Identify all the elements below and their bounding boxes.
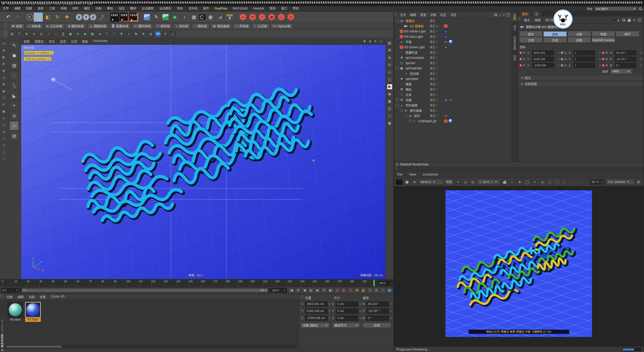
enable-check-icon[interactable]: ✓ <box>435 46 438 49</box>
material-menu-创建[interactable]: 创建 <box>4 295 15 299</box>
editor-visibility-dot[interactable] <box>433 51 435 52</box>
focus-cross-icon[interactable]: ⊹ <box>435 24 438 28</box>
keyframe-dot[interactable] <box>519 51 522 54</box>
layer-toggle[interactable] <box>430 40 433 43</box>
editor-visibility-dot[interactable] <box>433 109 435 110</box>
editor-visibility-dot[interactable] <box>433 19 435 21</box>
spinner-arrows-icon[interactable]: ▲▼ <box>558 52 559 54</box>
palette-icon[interactable]: ⚙ <box>2 62 6 66</box>
keyframe-panel-button[interactable]: ▦ <box>387 288 392 293</box>
add-camera-icon[interactable] <box>199 14 206 20</box>
object-row[interactable]: T文本✓ <box>394 92 511 97</box>
menu-插件[interactable]: 插件 <box>200 6 212 11</box>
size-mode-dropdown[interactable]: 绝对尺寸▼ <box>332 323 360 328</box>
attr-menu-模式[interactable]: 模式 <box>522 18 532 22</box>
viewport-canvas[interactable]: 透视视图 Number of emitters: 1 Total live pa… <box>21 45 385 279</box>
view-settings-icon[interactable]: ∷ <box>387 113 392 119</box>
object-row[interactable]: ▼RS Infinite Light✓◎ <box>394 29 511 34</box>
enable-check-icon[interactable]: ✓ <box>435 51 438 54</box>
qr-code-icon[interactable]: QR <box>155 31 161 37</box>
layer-toggle[interactable] <box>430 30 433 33</box>
live-select-icon[interactable]: ↖ <box>27 14 33 20</box>
expander-icon[interactable]: − <box>400 109 403 112</box>
spinner-arrows-icon[interactable]: ▲▼ <box>329 317 330 319</box>
enable-check-icon[interactable]: ✓ <box>435 77 438 80</box>
coord-field[interactable]: 0 ° <box>615 63 636 68</box>
layer-toggle[interactable] <box>430 35 433 38</box>
editor-visibility-dot[interactable] <box>433 62 435 63</box>
spinner-arrows-icon[interactable]: ▲▼ <box>390 310 391 312</box>
collapsed-section-冻结变换[interactable]: ▶冻结变换 <box>519 81 642 86</box>
material-thumbnail[interactable] <box>25 302 41 318</box>
make-editable-icon[interactable]: ✎ <box>10 41 19 50</box>
object-name[interactable]: 径向域 <box>410 71 419 76</box>
attr-tab-层[interactable]: 层 <box>532 11 541 17</box>
end-frame-spinner[interactable]: 300 F ▲▼ <box>377 280 393 286</box>
editor-visibility-dot[interactable] <box>433 35 435 36</box>
editor-visibility-dot[interactable] <box>433 67 435 68</box>
render-team-icon[interactable] <box>129 13 138 22</box>
menu-INSYDIUM[interactable]: INSYDIUM <box>230 6 250 11</box>
attr-tab-属性[interactable]: 属性 <box>519 11 531 17</box>
menu-雕刻[interactable]: 雕刻 <box>127 6 139 11</box>
value-field[interactable]: 0 ° <box>366 316 389 321</box>
render-visibility-dot[interactable] <box>433 63 435 65</box>
menu-选择[interactable]: 选择 <box>35 6 46 11</box>
disable-x-icon[interactable]: ✗ <box>435 67 438 70</box>
send-to-pv-icon[interactable]: PV <box>554 180 559 184</box>
object-name[interactable]: 布料曲面 <box>406 103 418 107</box>
menu-角色[interactable]: 角色 <box>174 6 186 11</box>
lock-y-icon[interactable]: Y <box>83 14 89 20</box>
palette-icon[interactable]: ◉ <box>2 89 6 93</box>
drag-handle[interactable] <box>301 295 304 298</box>
editor-visibility-dot[interactable] <box>433 114 435 116</box>
layer-toggle[interactable] <box>430 25 433 27</box>
next-frame-button[interactable]: ▶ <box>315 288 320 293</box>
object-row[interactable]: ✺xpEmitter✓ <box>394 76 511 81</box>
viewport-solo-icon[interactable]: ◎ <box>10 111 19 120</box>
render-visibility-dot[interactable] <box>433 111 435 112</box>
point-mode-icon[interactable]: ∴ <box>10 71 19 80</box>
layer-toggle[interactable] <box>430 114 433 117</box>
rs-light-icon[interactable]: ▼ <box>248 13 257 22</box>
playhead[interactable] <box>373 280 375 286</box>
spinner-arrows-icon[interactable]: ▲▼ <box>329 303 330 305</box>
cloner-disabled-icon[interactable]: ✕ <box>23 31 30 37</box>
spinner-arrows-icon[interactable]: ▲▼ <box>390 317 391 319</box>
spinner-arrows-icon[interactable]: ▲▼ <box>390 303 391 305</box>
material-name[interactable]: RS Mate <box>8 318 23 322</box>
timeline-range-bar[interactable]: 0 F 300 F <box>20 288 270 293</box>
polygon-mode-icon[interactable]: ◣ <box>10 91 19 100</box>
menu-工具[interactable]: 工具 <box>46 6 58 11</box>
aov-dropdown[interactable]: Beauty▼ <box>419 179 443 185</box>
value-field[interactable]: 6188.249 cm <box>305 309 328 314</box>
palette-icon[interactable]: ⁞ <box>2 157 6 161</box>
rotate-view-icon[interactable]: ↻ <box>373 39 378 44</box>
rs-object-icon[interactable]: ● <box>238 13 248 22</box>
editor-visibility-dot[interactable] <box>433 56 435 58</box>
start-ipr-icon[interactable]: ◉ <box>404 179 410 185</box>
om-menu-对象[interactable]: 对象 <box>428 13 438 17</box>
zoom-view-icon[interactable]: ⊕ <box>368 39 372 44</box>
render-visibility-dot[interactable] <box>433 116 435 117</box>
object-name[interactable]: RS Infinite Light <box>404 30 426 33</box>
viewport-menu-ProRender[interactable]: ProRender <box>91 39 110 43</box>
key-pla-button[interactable]: ∷ <box>380 288 386 293</box>
om-tab-对象[interactable]: 对象 <box>511 12 517 22</box>
spinner-arrows-icon[interactable]: ▲▼ <box>558 64 559 67</box>
object-name[interactable]: 克隆 <box>406 98 412 102</box>
torus-field-button[interactable]: ◎圆环体域 <box>132 23 153 29</box>
spinner-arrows-icon[interactable]: ▲▼ <box>599 52 601 54</box>
object-name[interactable]: 推散 <box>406 82 412 86</box>
cylinder-field-button[interactable]: ▮圆柱体域 <box>66 23 86 29</box>
texture-mode-icon[interactable]: ▨ <box>10 61 19 70</box>
rs-tag-icon[interactable]: ● <box>444 24 448 28</box>
attr-tabbtn-细节[interactable]: 细节 <box>616 31 639 37</box>
rv-menu-Customize[interactable]: Customize <box>419 172 441 176</box>
home-icon[interactable]: ⌂ <box>499 13 501 17</box>
editor-visibility-dot[interactable] <box>433 120 435 121</box>
menu-运动跟踪[interactable]: 运动跟踪 <box>139 6 156 11</box>
object-row[interactable]: ◑径向域✓ <box>394 71 511 76</box>
render-visibility-dot[interactable] <box>433 84 435 86</box>
keyframe-dot[interactable] <box>560 51 564 54</box>
